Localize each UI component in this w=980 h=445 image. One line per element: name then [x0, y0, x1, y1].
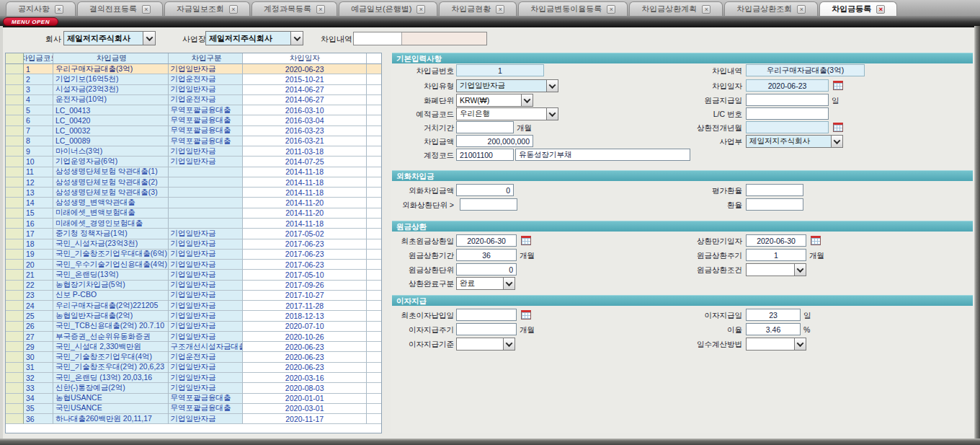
grace-period-input[interactable]	[456, 121, 514, 133]
table-row[interactable]: 20 국민_우수기술기업신용대출(4억) 기업일반자금 2017-06-23	[6, 260, 381, 270]
table-row[interactable]: 16 미래에셋_경영인보험대출 2014-11-18	[6, 219, 381, 229]
fx-amount-input[interactable]	[456, 184, 514, 196]
header-gutter	[6, 53, 24, 64]
fx-rate-input[interactable]	[746, 198, 803, 211]
tab-close-icon[interactable]: ×	[416, 5, 425, 14]
tab-close-icon[interactable]: ×	[316, 5, 325, 14]
table-row[interactable]: 22 농협장기차입금(5억) 기업일반자금 2017-09-26	[6, 281, 381, 291]
tab[interactable]: 차입금등록 ×	[819, 1, 897, 16]
tab-close-icon[interactable]: ×	[607, 5, 615, 14]
table-row[interactable]: 15 미래에셋_변액보험대출 2014-11-20	[6, 208, 381, 219]
first-repay-date-input[interactable]	[456, 234, 517, 247]
tab-close-icon[interactable]: ×	[142, 5, 151, 14]
repay-complete-select[interactable]: 완료	[456, 277, 515, 290]
table-row[interactable]: 35 국민USANCE 무역포괄금융대출 2020-03-01	[6, 404, 381, 414]
table-row[interactable]: 11 삼성생명단체보험 약관대출(1) 2014-11-18	[6, 167, 381, 177]
table-row[interactable]: 23 신보 P-CBO 기업일반자금 2017-10-27	[6, 291, 381, 301]
interest-rate-input[interactable]	[746, 323, 801, 335]
table-row[interactable]: 12 삼성생명단체보험 약관대출(2) 2014-11-18	[6, 177, 381, 188]
table-row[interactable]: 26 국민_TCB신용대출(2억) 20.7.10 기업일반자금 2020-07…	[6, 322, 381, 332]
table-row[interactable]: 24 우리구매자금대출(2억)221205 기업일반자금 2017-11-28	[6, 301, 381, 311]
fx-eval-rate-input[interactable]	[746, 184, 803, 196]
site-select[interactable]: 제일저지주식회사	[205, 31, 303, 45]
table-row[interactable]: 8 LC_00089 무역포괄금융대출 2016-03-21	[6, 136, 381, 146]
table-row[interactable]: 13 삼성생명단체보험 약관대출(3) 2014-11-18	[6, 188, 381, 198]
currency-select[interactable]: KRW(₩)	[456, 94, 533, 107]
interest-cycle-input[interactable]	[456, 323, 517, 335]
table-row[interactable]: 2 기업기보(16억5천) 기업운전자금 2015-10-21	[6, 74, 381, 84]
table-row[interactable]: 6 LC_00420 무역포괄금융대출 2016-03-04	[6, 115, 381, 125]
table-row[interactable]: 21 국민_온랜딩(13억) 기업일반자금 2017-05-10	[6, 270, 381, 280]
header-loan-date: 차입일자	[243, 53, 367, 64]
table-row[interactable]: 34 농협USANCE 무역포괄금융대출 2020-01-01	[6, 394, 381, 404]
account-name-input[interactable]	[515, 149, 690, 161]
menu-open-button[interactable]: MENU OPEN	[3, 17, 58, 26]
calendar-icon[interactable]	[833, 123, 843, 132]
tab[interactable]: 차입금상환조회 ×	[724, 1, 818, 16]
table-row[interactable]: 29 국민_시설대 2,330백만원 구조개선시설자금대출 2020-06-23	[6, 342, 381, 352]
tab-close-icon[interactable]: ×	[702, 5, 710, 14]
first-interest-date-input[interactable]	[456, 309, 517, 321]
interest-pay-day-input[interactable]	[746, 309, 801, 321]
table-row[interactable]: 14 삼성생명_변액약관대출 2014-11-20	[6, 198, 381, 208]
calendar-icon[interactable]	[811, 236, 821, 245]
table-row[interactable]: 31 국민_기술창조우대(2억) 20,6,23 기업일반자금 2020-06-…	[6, 363, 381, 373]
table-row[interactable]: 32 국민_온랜딩 (13억) 20,03,16 기업일반자금 2020-03-…	[6, 373, 381, 383]
repay-cycle-input[interactable]	[746, 249, 806, 261]
division-select[interactable]: 제일저지주식회사	[746, 135, 843, 148]
calendar-icon[interactable]	[521, 310, 531, 320]
table-row[interactable]: 18 국민_시설자금(23억3천) 기업일반자금 2017-06-23	[6, 239, 381, 250]
tab[interactable]: 차입금현황 ×	[439, 1, 517, 16]
repay-period-input[interactable]	[456, 249, 517, 261]
cell-loan-name: 국민_TCB신용대출(2억) 20.7.10	[53, 322, 169, 332]
account-code-input[interactable]	[456, 149, 514, 161]
table-row[interactable]: 7 LC_00032 무역포괄금융대출 2016-03-23	[6, 126, 381, 136]
loan-desc-detail-field[interactable]	[746, 64, 865, 76]
day-calc-method-select[interactable]	[746, 338, 806, 351]
table-row[interactable]: 25 농협일반자금대출(2억) 기업일반자금 2018-12-13	[6, 311, 381, 321]
tab-close-icon[interactable]: ×	[229, 5, 238, 14]
tab[interactable]: 계정과목등록 ×	[251, 1, 337, 16]
tab[interactable]: 차입금상환계획 ×	[629, 1, 723, 16]
tab[interactable]: 자금일보조회 ×	[164, 1, 250, 16]
maturity-date-input[interactable]	[746, 234, 806, 247]
cell-loan-name: 국민USANCE	[53, 404, 169, 414]
tab[interactable]: 결의전표등록 ×	[77, 1, 163, 16]
repay-start-ym-field[interactable]	[746, 121, 829, 133]
table-row[interactable]: 27 부국증권_선순위유동화증권 기업일반자금 2020-10-26	[6, 332, 381, 342]
table-row[interactable]: 30 국민_기술창조기업우대(4억) 기업운전자금 2020-06-23	[6, 352, 381, 362]
deposit-code-select[interactable]: 우리은행	[456, 107, 558, 120]
loan-date-field[interactable]	[746, 79, 829, 92]
table-row[interactable]: 36 하나대출260백만원 20,11,17 기업일반자금 2020-11-17	[6, 414, 381, 424]
tab[interactable]: 공지사항 ×	[6, 1, 76, 16]
repay-unit-input[interactable]	[456, 263, 517, 276]
principal-pay-day-input[interactable]	[746, 94, 829, 106]
table-row[interactable]: 33 신한(-)통장예금(2억) 기업일반자금 2020-08-03	[6, 383, 381, 393]
tab-close-icon[interactable]: ×	[876, 5, 885, 14]
table-row[interactable]: 5 LC_00413 무역포괄금융대출 2016-03-10	[6, 105, 381, 115]
fx-repay-unit-input[interactable]	[460, 198, 517, 211]
loan-desc-input[interactable]	[354, 32, 401, 45]
tab-close-icon[interactable]: ×	[496, 5, 504, 14]
table-row[interactable]: 17 중기청 정책자금(1억) 기업일반자금 2017-05-02	[6, 229, 381, 239]
table-row[interactable]: 10 기업운영자금(6억) 기업일반자금 2014-07-25	[6, 157, 381, 167]
tab[interactable]: 예금일보(은행별) ×	[339, 1, 437, 16]
company-select[interactable]: 제일저지주식회사	[63, 31, 156, 45]
tab-close-icon[interactable]: ×	[797, 5, 806, 14]
lc-no-input[interactable]	[746, 107, 829, 120]
calendar-icon[interactable]	[521, 236, 531, 245]
loan-amount-input[interactable]	[456, 135, 533, 147]
loan-no-field[interactable]	[456, 64, 544, 76]
calendar-icon[interactable]	[833, 81, 843, 90]
cell-loan-name: 국민_시설자금(23억3천)	[53, 239, 169, 250]
interest-basis-select[interactable]	[456, 338, 515, 351]
tab[interactable]: 차입금변동이율등록 ×	[518, 1, 628, 16]
tab-close-icon[interactable]: ×	[55, 5, 63, 14]
loan-type-select[interactable]: 기업일반자금	[456, 79, 558, 92]
table-row[interactable]: 9 마이너스(3억) 기업일반자금 2011-03-18	[6, 146, 381, 157]
table-row[interactable]: 19 국민_기술창조기업우대대출(6억) 기업일반자금 2017-06-23	[6, 250, 381, 260]
table-row[interactable]: 4 운전자금(10억) 기업운전자금 2014-06-27	[6, 95, 381, 105]
repay-condition-select[interactable]	[746, 263, 806, 276]
table-row[interactable]: 1 우리구매자금대출(3억) 기업일반자금 2020-06-23	[6, 64, 381, 74]
table-row[interactable]: 3 시설자금(23억3천) 기업일반자금 2014-06-27	[6, 85, 381, 95]
